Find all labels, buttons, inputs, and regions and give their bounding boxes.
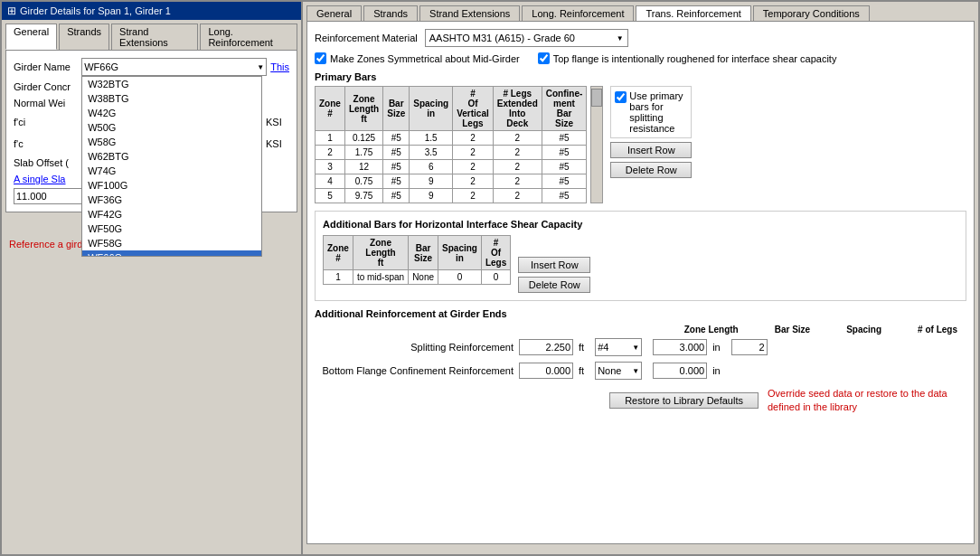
tab-right-long-reinforcement[interactable]: Long. Reinforcement — [522, 5, 634, 21]
girder-name-row: Girder Name WF66G ▼ W32BTG W38BTG W42G W… — [14, 58, 289, 76]
option-w62btg[interactable]: W62BTG — [82, 149, 261, 164]
this-link[interactable]: This — [270, 61, 289, 72]
right-panel: General Strands Strand Extensions Long. … — [303, 0, 980, 556]
bar-5: #5 — [383, 189, 410, 203]
left-tabs: General Strands Strand Extensions Long. … — [2, 20, 301, 50]
scrollbar-thumb[interactable] — [591, 89, 602, 107]
option-wf42g[interactable]: WF42G — [82, 207, 261, 221]
roughened-checkbox[interactable] — [538, 52, 550, 64]
splitting-bar-dropdown[interactable]: #4 ▼ — [595, 338, 642, 356]
option-w58g[interactable]: W58G — [82, 135, 261, 149]
table-row[interactable]: 1 0.125 #5 1.5 2 2 #5 — [316, 131, 587, 146]
conf-5: #5 — [542, 189, 587, 203]
use-primary-checkbox[interactable] — [615, 91, 627, 103]
header-num-legs: # of Legs — [918, 325, 957, 335]
option-wf100g[interactable]: WF100G — [82, 178, 261, 193]
add-length-1: to mid-span — [353, 270, 408, 285]
bottom-flange-row: Bottom Flange Confinement Reinforcement … — [315, 362, 966, 380]
tab-general[interactable]: General — [5, 24, 57, 50]
vlegs-3: 2 — [453, 160, 494, 174]
ext-4: 2 — [493, 174, 542, 189]
slab-input[interactable] — [14, 188, 86, 204]
conf-3: #5 — [542, 160, 587, 174]
add-col-bar: BarSize — [409, 236, 438, 270]
bar-4: #5 — [383, 174, 410, 189]
checkbox-roughened: Top flange is intentionally roughened fo… — [538, 52, 837, 64]
fci-unit: KSI — [266, 117, 282, 127]
symmetrical-checkbox[interactable] — [315, 52, 326, 64]
length-3: 12 — [344, 160, 382, 174]
vlegs-5: 2 — [453, 189, 494, 203]
option-wf50g[interactable]: WF50G — [82, 221, 261, 236]
table-row[interactable]: 2 1.75 #5 3.5 2 2 #5 — [316, 146, 587, 160]
tab-right-strand-extensions[interactable]: Strand Extensions — [419, 5, 520, 21]
bottom-length-input[interactable] — [519, 363, 573, 379]
add-zone-1: 1 — [324, 270, 353, 285]
option-wf36g[interactable]: WF36G — [82, 193, 261, 207]
splitting-spacing-input[interactable] — [653, 339, 707, 355]
bar-2: #5 — [383, 146, 410, 160]
bottom-spacing-unit: in — [712, 365, 721, 376]
add-bar-1: None — [409, 270, 438, 285]
additional-insert-row-button[interactable]: Insert Row — [518, 257, 590, 273]
table-row[interactable]: 1 to mid-span None 0 0 — [324, 270, 511, 285]
left-panel: ⊞ Girder Details for Span 1, Girder 1 Ge… — [0, 0, 303, 556]
material-dropdown[interactable]: AASHTO M31 (A615) - Grade 60 ▼ — [425, 29, 628, 47]
ext-1: 2 — [493, 131, 542, 146]
additional-table-actions: Insert Row Delete Row — [518, 257, 590, 293]
splitting-legs-input[interactable] — [731, 339, 768, 355]
bar-1: #5 — [383, 131, 410, 146]
additional-bars-title: Additional Bars for Horizontal Interface… — [323, 219, 958, 230]
fci-label: f'ci — [14, 117, 86, 127]
option-w42g[interactable]: W42G — [82, 106, 261, 120]
girder-name-dropdown[interactable]: WF66G ▼ — [81, 58, 267, 76]
end-reinf-section: Additional Reinforcement at Girder Ends … — [315, 308, 966, 380]
bottom-spacing-input[interactable] — [653, 363, 707, 379]
symmetrical-label: Make Zones Symmetrical about Mid-Girder — [330, 53, 520, 64]
left-panel-title: Girder Details for Span 1, Girder 1 — [20, 5, 171, 16]
right-tabs: General Strands Strand Extensions Long. … — [303, 2, 978, 21]
option-wf58g[interactable]: WF58G — [82, 236, 261, 250]
spacing-5: 9 — [410, 189, 453, 203]
option-w32btg[interactable]: W32BTG — [82, 77, 261, 91]
checkbox-symmetrical: Make Zones Symmetrical about Mid-Girder — [315, 52, 520, 64]
primary-bars-title: Primary Bars — [315, 71, 966, 82]
option-w50g[interactable]: W50G — [82, 120, 261, 135]
tab-right-trans-reinforcement[interactable]: Trans. Reinforcement — [636, 5, 750, 21]
additional-bars-table: Zone# ZoneLengthft BarSize Spacingin #Of… — [323, 235, 511, 285]
option-wf66g[interactable]: WF66G — [82, 250, 261, 257]
tab-long-reinforcement[interactable]: Long. Reinforcement — [200, 24, 297, 50]
col-extended: # LegsExtendedIntoDeck — [493, 87, 542, 131]
fc-unit: KSI — [266, 138, 282, 149]
col-zone-num: Zone# — [316, 87, 345, 131]
roughened-label: Top flange is intentionally roughened fo… — [553, 53, 837, 64]
tab-strand-extensions[interactable]: Strand Extensions — [111, 24, 198, 50]
scrollbar-track[interactable] — [590, 86, 603, 203]
tab-right-general[interactable]: General — [306, 5, 362, 21]
bottom-bar-dropdown[interactable]: None ▼ — [595, 362, 642, 380]
length-2: 1.75 — [344, 146, 382, 160]
tab-strands[interactable]: Strands — [59, 24, 109, 50]
tab-right-strands[interactable]: Strands — [363, 5, 418, 21]
conf-4: #5 — [542, 174, 587, 189]
spacing-2: 3.5 — [410, 146, 453, 160]
spacing-4: 9 — [410, 174, 453, 189]
table-row[interactable]: 5 9.75 #5 9 2 2 #5 — [316, 189, 587, 203]
additional-delete-row-button[interactable]: Delete Row — [518, 277, 590, 293]
right-content: Reinforcement Material AASHTO M31 (A615)… — [306, 21, 975, 544]
left-title-bar: ⊞ Girder Details for Span 1, Girder 1 — [2, 2, 301, 20]
table-row[interactable]: 3 12 #5 6 2 2 #5 — [316, 160, 587, 174]
bottom-length-unit: ft — [579, 365, 584, 376]
restore-button[interactable]: Restore to Library Defaults — [609, 392, 759, 409]
add-spacing-1: 0 — [438, 270, 482, 285]
tab-right-temporary-conditions[interactable]: Temporary Conditions — [753, 5, 870, 21]
option-w38btg[interactable]: W38BTG — [82, 91, 261, 106]
option-w74g[interactable]: W74G — [82, 164, 261, 178]
spacing-3: 6 — [410, 160, 453, 174]
primary-insert-row-button[interactable]: Insert Row — [610, 142, 692, 158]
splitting-length-input[interactable] — [519, 339, 573, 355]
length-1: 0.125 — [344, 131, 382, 146]
table-row[interactable]: 4 0.75 #5 9 2 2 #5 — [316, 174, 587, 189]
primary-delete-row-button[interactable]: Delete Row — [610, 162, 692, 178]
a-single-slab-link[interactable]: A single Sla — [14, 174, 65, 184]
